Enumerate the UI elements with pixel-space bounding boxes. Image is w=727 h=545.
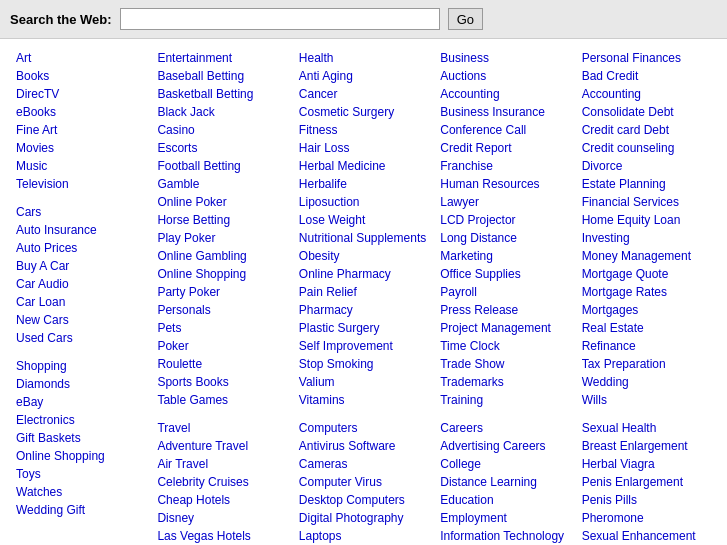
link-0-0-7[interactable]: Television bbox=[16, 175, 145, 193]
link-3-0-14[interactable]: Press Release bbox=[440, 301, 569, 319]
link-0-2-6[interactable]: Toys bbox=[16, 465, 145, 483]
link-4-0-18[interactable]: Wedding bbox=[582, 373, 711, 391]
link-4-0-0[interactable]: Personal Finances bbox=[582, 49, 711, 67]
link-3-0-11[interactable]: Marketing bbox=[440, 247, 569, 265]
link-1-1-1[interactable]: Adventure Travel bbox=[157, 437, 286, 455]
link-3-0-2[interactable]: Accounting bbox=[440, 85, 569, 103]
link-3-0-19[interactable]: Training bbox=[440, 391, 569, 409]
link-1-1-5[interactable]: Disney bbox=[157, 509, 286, 527]
link-1-0-8[interactable]: Online Poker bbox=[157, 193, 286, 211]
link-1-1-0[interactable]: Travel bbox=[157, 419, 286, 437]
link-3-0-8[interactable]: Lawyer bbox=[440, 193, 569, 211]
link-4-1-2[interactable]: Herbal Viagra bbox=[582, 455, 711, 473]
link-1-0-2[interactable]: Basketball Betting bbox=[157, 85, 286, 103]
link-3-1-3[interactable]: Distance Learning bbox=[440, 473, 569, 491]
link-0-1-4[interactable]: Car Audio bbox=[16, 275, 145, 293]
link-2-0-19[interactable]: Vitamins bbox=[299, 391, 428, 409]
link-4-0-9[interactable]: Home Equity Loan bbox=[582, 211, 711, 229]
link-1-0-0[interactable]: Entertainment bbox=[157, 49, 286, 67]
link-3-0-17[interactable]: Trade Show bbox=[440, 355, 569, 373]
link-2-0-17[interactable]: Stop Smoking bbox=[299, 355, 428, 373]
link-2-0-3[interactable]: Cosmetic Surgery bbox=[299, 103, 428, 121]
link-4-0-4[interactable]: Credit card Debt bbox=[582, 121, 711, 139]
link-0-0-2[interactable]: DirecTV bbox=[16, 85, 145, 103]
link-4-0-16[interactable]: Refinance bbox=[582, 337, 711, 355]
link-3-0-3[interactable]: Business Insurance bbox=[440, 103, 569, 121]
link-1-0-18[interactable]: Sports Books bbox=[157, 373, 286, 391]
link-2-0-13[interactable]: Pain Relief bbox=[299, 283, 428, 301]
link-0-1-5[interactable]: Car Loan bbox=[16, 293, 145, 311]
link-0-2-5[interactable]: Online Shopping bbox=[16, 447, 145, 465]
link-3-0-18[interactable]: Trademarks bbox=[440, 373, 569, 391]
link-0-2-2[interactable]: eBay bbox=[16, 393, 145, 411]
link-1-0-6[interactable]: Football Betting bbox=[157, 157, 286, 175]
link-4-0-19[interactable]: Wills bbox=[582, 391, 711, 409]
link-4-0-6[interactable]: Divorce bbox=[582, 157, 711, 175]
link-2-0-15[interactable]: Plastic Surgery bbox=[299, 319, 428, 337]
link-3-0-13[interactable]: Payroll bbox=[440, 283, 569, 301]
link-4-0-3[interactable]: Consolidate Debt bbox=[582, 103, 711, 121]
link-2-0-9[interactable]: Lose Weight bbox=[299, 211, 428, 229]
link-0-1-0[interactable]: Cars bbox=[16, 203, 145, 221]
link-2-0-14[interactable]: Pharmacy bbox=[299, 301, 428, 319]
link-1-1-2[interactable]: Air Travel bbox=[157, 455, 286, 473]
link-3-0-6[interactable]: Franchise bbox=[440, 157, 569, 175]
link-4-0-7[interactable]: Estate Planning bbox=[582, 175, 711, 193]
link-4-0-2[interactable]: Accounting bbox=[582, 85, 711, 103]
link-4-0-15[interactable]: Real Estate bbox=[582, 319, 711, 337]
link-0-0-4[interactable]: Fine Art bbox=[16, 121, 145, 139]
link-4-1-6[interactable]: Sexual Enhancement bbox=[582, 527, 711, 545]
link-4-0-8[interactable]: Financial Services bbox=[582, 193, 711, 211]
link-1-1-3[interactable]: Celebrity Cruises bbox=[157, 473, 286, 491]
link-1-0-11[interactable]: Online Gambling bbox=[157, 247, 286, 265]
link-2-0-5[interactable]: Hair Loss bbox=[299, 139, 428, 157]
link-3-0-12[interactable]: Office Supplies bbox=[440, 265, 569, 283]
link-0-0-0[interactable]: Art bbox=[16, 49, 145, 67]
link-0-2-8[interactable]: Wedding Gift bbox=[16, 501, 145, 519]
link-4-1-1[interactable]: Breast Enlargement bbox=[582, 437, 711, 455]
link-1-0-4[interactable]: Casino bbox=[157, 121, 286, 139]
link-3-0-10[interactable]: Long Distance bbox=[440, 229, 569, 247]
link-1-0-9[interactable]: Horse Betting bbox=[157, 211, 286, 229]
link-0-2-1[interactable]: Diamonds bbox=[16, 375, 145, 393]
link-2-0-4[interactable]: Fitness bbox=[299, 121, 428, 139]
link-2-0-12[interactable]: Online Pharmacy bbox=[299, 265, 428, 283]
link-1-0-13[interactable]: Party Poker bbox=[157, 283, 286, 301]
link-0-1-7[interactable]: Used Cars bbox=[16, 329, 145, 347]
link-0-0-3[interactable]: eBooks bbox=[16, 103, 145, 121]
link-2-1-1[interactable]: Antivirus Software bbox=[299, 437, 428, 455]
link-1-0-16[interactable]: Poker bbox=[157, 337, 286, 355]
link-1-1-4[interactable]: Cheap Hotels bbox=[157, 491, 286, 509]
link-2-0-16[interactable]: Self Improvement bbox=[299, 337, 428, 355]
link-2-1-0[interactable]: Computers bbox=[299, 419, 428, 437]
link-2-0-18[interactable]: Valium bbox=[299, 373, 428, 391]
link-2-1-3[interactable]: Computer Virus bbox=[299, 473, 428, 491]
link-0-1-2[interactable]: Auto Prices bbox=[16, 239, 145, 257]
link-1-0-12[interactable]: Online Shopping bbox=[157, 265, 286, 283]
link-4-0-11[interactable]: Money Management bbox=[582, 247, 711, 265]
link-1-0-17[interactable]: Roulette bbox=[157, 355, 286, 373]
link-4-0-1[interactable]: Bad Credit bbox=[582, 67, 711, 85]
link-4-0-13[interactable]: Mortgage Rates bbox=[582, 283, 711, 301]
link-0-0-1[interactable]: Books bbox=[16, 67, 145, 85]
link-1-0-5[interactable]: Escorts bbox=[157, 139, 286, 157]
link-1-0-1[interactable]: Baseball Betting bbox=[157, 67, 286, 85]
link-1-0-15[interactable]: Pets bbox=[157, 319, 286, 337]
link-4-0-17[interactable]: Tax Preparation bbox=[582, 355, 711, 373]
link-3-0-7[interactable]: Human Resources bbox=[440, 175, 569, 193]
link-3-1-6[interactable]: Information Technology bbox=[440, 527, 569, 545]
search-input[interactable] bbox=[120, 8, 440, 30]
link-0-2-4[interactable]: Gift Baskets bbox=[16, 429, 145, 447]
link-4-1-0[interactable]: Sexual Health bbox=[582, 419, 711, 437]
link-4-0-10[interactable]: Investing bbox=[582, 229, 711, 247]
link-1-0-19[interactable]: Table Games bbox=[157, 391, 286, 409]
link-2-0-2[interactable]: Cancer bbox=[299, 85, 428, 103]
link-0-0-6[interactable]: Music bbox=[16, 157, 145, 175]
link-2-1-4[interactable]: Desktop Computers bbox=[299, 491, 428, 509]
link-4-0-14[interactable]: Mortgages bbox=[582, 301, 711, 319]
link-3-1-5[interactable]: Employment bbox=[440, 509, 569, 527]
link-0-2-7[interactable]: Watches bbox=[16, 483, 145, 501]
link-3-0-5[interactable]: Credit Report bbox=[440, 139, 569, 157]
link-2-1-2[interactable]: Cameras bbox=[299, 455, 428, 473]
link-0-1-3[interactable]: Buy A Car bbox=[16, 257, 145, 275]
